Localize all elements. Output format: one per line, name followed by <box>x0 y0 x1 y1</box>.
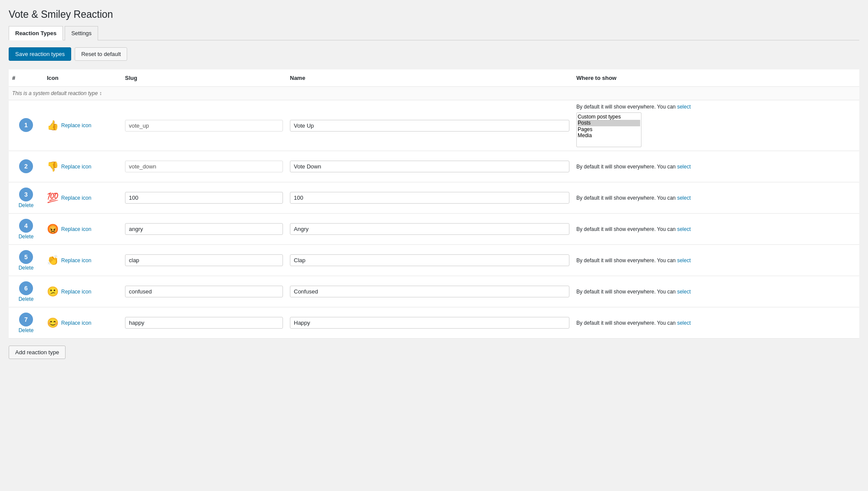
row-num-cell: 4Delete <box>9 215 43 243</box>
reset-to-default-button[interactable]: Reset to default <box>75 47 127 61</box>
replace-icon-link[interactable]: Replace icon <box>61 320 91 326</box>
slug-input[interactable] <box>125 254 283 266</box>
where-text: By default it will show everywhere. You … <box>576 195 676 201</box>
delete-link[interactable]: Delete <box>12 296 40 302</box>
where-select-link[interactable]: select <box>677 104 690 110</box>
post-type-dropdown-wrap: Custom post types Posts Pages Media <box>576 112 856 147</box>
table-row: 4Delete 😡 Replace icon By default it wil… <box>9 214 859 245</box>
row-num-cell: 3Delete <box>9 184 43 212</box>
where-text: By default it will show everywhere. You … <box>576 320 676 326</box>
row-icon-cell: 😡 Replace icon <box>43 220 122 238</box>
reaction-emoji: 👎 <box>47 161 59 172</box>
table-row: 7Delete 😊 Replace icon By default it wil… <box>9 307 859 339</box>
delete-link[interactable]: Delete <box>12 327 40 333</box>
row-icon-cell: 😊 Replace icon <box>43 314 122 332</box>
row-slug-cell <box>122 251 286 270</box>
table-row: 3Delete 💯 Replace icon By default it wil… <box>9 182 859 214</box>
add-reaction-type-button[interactable]: Add reaction type <box>9 346 66 359</box>
row-slug-cell <box>122 282 286 301</box>
name-input[interactable] <box>290 286 569 297</box>
replace-icon-link[interactable]: Replace icon <box>61 122 91 129</box>
replace-icon-link[interactable]: Replace icon <box>61 164 91 170</box>
row-num-badge: 4 <box>19 219 33 233</box>
where-select-link[interactable]: select <box>677 164 690 170</box>
row-num-cell: 1 <box>9 115 43 136</box>
save-reaction-types-button[interactable]: Save reaction types <box>9 47 71 61</box>
row-num-badge: 1 <box>19 118 33 132</box>
row-icon-cell: 💯 Replace icon <box>43 189 122 207</box>
slug-input[interactable] <box>125 286 283 297</box>
row-num-cell: 2 <box>9 156 43 178</box>
option-posts[interactable]: Posts <box>578 120 640 126</box>
slug-input[interactable] <box>125 161 283 172</box>
delete-link[interactable]: Delete <box>12 202 40 208</box>
reaction-emoji: 👏 <box>47 255 59 266</box>
row-slug-cell <box>122 157 286 176</box>
name-input[interactable] <box>290 120 569 132</box>
row-name-cell <box>286 313 573 332</box>
where-text: By default it will show everywhere. You … <box>576 289 676 295</box>
option-media[interactable]: Media <box>578 132 640 138</box>
row-name-cell <box>286 282 573 301</box>
name-input[interactable] <box>290 223 569 235</box>
row-slug-cell <box>122 188 286 207</box>
row-where-cell: By default it will show everywhere. You … <box>573 316 859 330</box>
row-icon-cell: 😕 Replace icon <box>43 283 122 301</box>
row-num-badge: 3 <box>19 188 33 201</box>
name-input[interactable] <box>290 192 569 204</box>
tab-reaction-types[interactable]: Reaction Types <box>9 26 63 40</box>
row-num-badge: 6 <box>19 281 33 295</box>
row-name-cell <box>286 157 573 176</box>
where-select-link[interactable]: select <box>677 257 690 264</box>
name-input[interactable] <box>290 254 569 266</box>
replace-icon-link[interactable]: Replace icon <box>61 226 91 232</box>
reaction-emoji: 👍 <box>47 120 59 131</box>
row-num-badge: 7 <box>19 313 33 326</box>
option-custom-post-types[interactable]: Custom post types <box>578 114 640 120</box>
reaction-emoji: 😡 <box>47 224 59 235</box>
tab-bar: Reaction Types Settings <box>9 26 859 40</box>
table-row: 2 👎 Replace icon By default it will show… <box>9 151 859 182</box>
slug-input[interactable] <box>125 223 283 235</box>
slug-input[interactable] <box>125 192 283 204</box>
where-text: By default it will show everywhere. You … <box>576 164 676 170</box>
where-select-link[interactable]: select <box>677 320 690 326</box>
col-header-where: Where to show <box>573 73 859 83</box>
row-where-cell: By default it will show everywhere. You … <box>573 191 859 204</box>
tab-settings[interactable]: Settings <box>65 26 98 40</box>
table-row: 6Delete 😕 Replace icon By default it wil… <box>9 276 859 307</box>
replace-icon-link[interactable]: Replace icon <box>61 195 91 201</box>
page-title: Vote & Smiley Reaction <box>9 9 859 20</box>
where-select-link[interactable]: select <box>677 289 690 295</box>
name-input[interactable] <box>290 161 569 172</box>
row-where-cell: By default it will show everywhere. You … <box>573 254 859 267</box>
row-slug-cell <box>122 220 286 238</box>
where-text: By default it will show everywhere. You … <box>576 104 676 110</box>
col-header-num: # <box>9 73 43 83</box>
replace-icon-link[interactable]: Replace icon <box>61 257 91 264</box>
row-slug-cell <box>122 313 286 332</box>
system-notice: This is a system default reaction type ↕ <box>9 87 859 100</box>
reaction-emoji: 😕 <box>47 286 59 297</box>
option-pages[interactable]: Pages <box>578 126 640 132</box>
where-text: By default it will show everywhere. You … <box>576 226 676 232</box>
toolbar: Save reaction types Reset to default <box>9 47 859 61</box>
row-num-cell: 5Delete <box>9 247 43 274</box>
reactions-table: This is a system default reaction type ↕… <box>9 87 859 339</box>
slug-input[interactable] <box>125 120 283 132</box>
reaction-emoji: 😊 <box>47 317 59 329</box>
delete-link[interactable]: Delete <box>12 265 40 271</box>
delete-link[interactable]: Delete <box>12 234 40 240</box>
where-select-link[interactable]: select <box>677 226 690 232</box>
slug-input[interactable] <box>125 317 283 329</box>
row-name-cell <box>286 251 573 270</box>
name-input[interactable] <box>290 317 569 329</box>
table-row: 5Delete 👏 Replace icon By default it wil… <box>9 245 859 276</box>
col-header-icon: Icon <box>43 73 122 83</box>
row-name-cell <box>286 220 573 238</box>
row-where-cell: By default it will show everywhere. You … <box>573 223 859 236</box>
replace-icon-link[interactable]: Replace icon <box>61 289 91 295</box>
add-reaction-wrap: Add reaction type <box>9 346 859 359</box>
where-select-link[interactable]: select <box>677 195 690 201</box>
post-type-select[interactable]: Custom post types Posts Pages Media <box>576 112 641 147</box>
